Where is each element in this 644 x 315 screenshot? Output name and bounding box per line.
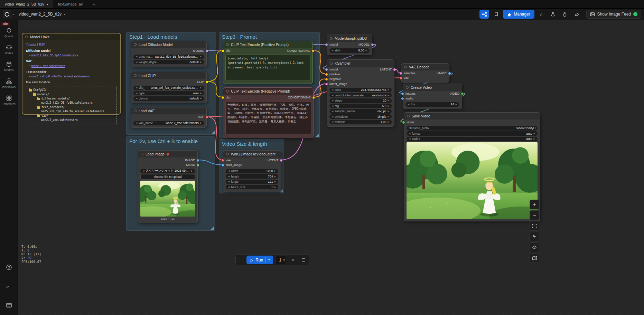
comfyui-logo-menu[interactable]: ▾ (3, 10, 14, 18)
group-resize-handle[interactable] (315, 134, 319, 137)
widget-device[interactable]: ◀ device default ▶ (133, 96, 204, 101)
drag-handle[interactable]: ⋮⋮ (237, 258, 244, 262)
slot-dot-video[interactable] (461, 92, 464, 95)
group-title[interactable]: For i2v, use Ctrl + B to enable (127, 137, 215, 145)
collapse-dot[interactable] (406, 86, 409, 89)
node-create-video[interactable]: Create Video images VIDEO aud (403, 84, 462, 109)
upload-button[interactable]: choose file to upload (140, 174, 195, 180)
clear-queue-button[interactable]: × (288, 256, 297, 264)
node-ksampler[interactable]: KSampler model LATENT positiv (327, 59, 394, 127)
zoom-in-button[interactable]: + (530, 200, 539, 209)
output-slot-latent[interactable]: LATENT (267, 159, 280, 162)
sidebar-item-terminal[interactable]: >_ (1, 282, 17, 292)
widget-fps[interactable]: ◀ fps 24 ▶ (405, 102, 459, 107)
combo-left-arrow-icon[interactable]: ◀ (136, 122, 137, 124)
widget-format[interactable]: ◀ format auto ▶ (407, 131, 538, 136)
node-header[interactable]: Load Image (138, 151, 197, 158)
collapse-dot[interactable] (226, 153, 229, 155)
output-slot-image[interactable]: IMAGE (437, 71, 448, 75)
combo-right-arrow-icon[interactable]: ▶ (388, 115, 390, 118)
tab-video-wan[interactable]: video_wan2_2_5B_ti2v ● (0, 0, 53, 8)
widget-type[interactable]: ◀ type wan ▶ (133, 91, 204, 95)
slot-dot-latent[interactable] (280, 159, 283, 162)
tab-text2image[interactable]: text2image_av (53, 0, 88, 8)
new-tab-button[interactable]: + (88, 0, 100, 8)
widget-scheduler[interactable]: ◀ scheduler simple ▶ (329, 114, 392, 119)
node-wan22-image-to-video-latent[interactable]: Wan22ImageToVideoLatent vae LATENT (223, 150, 281, 192)
group-title[interactable]: Video Size & length (219, 140, 284, 148)
model-link[interactable]: wan2.2_vae.safetensors (31, 64, 65, 68)
negative-prompt-textarea[interactable]: 色调艳丽, 过曝, 静态, 细节模糊不清, 字幕, 风格, 作品, 画作, 画面… (225, 101, 311, 134)
combo-left-arrow-icon[interactable]: ◀ (332, 105, 333, 107)
slot-dot-clip[interactable] (221, 49, 224, 52)
group-title[interactable]: Step3 - Prompt (219, 32, 319, 41)
output-slot-clip[interactable]: CLIP (197, 80, 205, 84)
node-clip-text-encode-positive[interactable]: CLIP Text Encode (Positive Prompt) clip … (223, 41, 313, 84)
node-header[interactable]: CLIP Text Encode (Negative Prompt) (223, 88, 313, 95)
bookmark-button[interactable] (491, 10, 501, 19)
widget-image-file[interactable]: ◀ スクリーンショット 2025-09-10 ... ▶ (140, 169, 195, 173)
combo-left-arrow-icon[interactable]: ◀ (228, 180, 230, 183)
combo-right-arrow-icon[interactable]: ▶ (388, 110, 390, 113)
slot-dot-vae[interactable] (221, 159, 224, 162)
input-slot-negative[interactable]: negative (328, 77, 341, 81)
combo-right-arrow-icon[interactable]: ▶ (200, 55, 202, 58)
collapse-dot[interactable] (25, 36, 28, 38)
widget-cfg[interactable]: ◀ cfg 5.0 ▶ (329, 104, 392, 108)
combo-left-arrow-icon[interactable]: ◀ (409, 137, 410, 140)
node-header[interactable]: KSampler (327, 60, 394, 67)
collapse-dot[interactable] (134, 109, 137, 112)
combo-left-arrow-icon[interactable]: ◀ (136, 86, 137, 89)
slot-dot-image[interactable] (448, 72, 451, 75)
combo-right-arrow-icon[interactable]: ▶ (388, 94, 390, 97)
combo-left-arrow-icon[interactable]: ◀ (136, 97, 137, 100)
input-slot-positive[interactable]: positive (328, 73, 340, 76)
widget-shift[interactable]: ◀ shift 8.00 ▶ (329, 48, 370, 53)
widget-filename-prefix[interactable]: filename_prefix video/ComfyU (407, 126, 538, 131)
flask-button[interactable] (560, 10, 570, 19)
fit-view-button[interactable] (530, 221, 539, 231)
slot-dot-model[interactable] (325, 43, 328, 46)
toggle-link-visibility-button[interactable] (530, 242, 539, 252)
run-options-caret-icon[interactable]: ▾ (268, 258, 270, 261)
output-slot-model[interactable]: MODEL (358, 43, 371, 46)
widget-width[interactable]: ◀ width 1280 ▶ (226, 169, 278, 173)
node-header[interactable]: ModelSamplingSD3 (327, 35, 372, 42)
combo-right-arrow-icon[interactable]: ▶ (456, 103, 457, 106)
node-header[interactable]: VAE Decode (401, 64, 449, 70)
slot-dot-vae[interactable] (205, 116, 208, 119)
input-slot-audio[interactable]: audio (404, 97, 413, 100)
sidebar-item-shortcuts[interactable] (1, 300, 17, 310)
combo-left-arrow-icon[interactable]: ◀ (332, 115, 333, 118)
slot-dot-conditioning[interactable] (311, 49, 315, 52)
select-mode-button[interactable] (530, 232, 539, 241)
combo-right-arrow-icon[interactable]: ▶ (274, 170, 276, 172)
input-slot-vae[interactable]: vae (224, 159, 231, 162)
combo-right-arrow-icon[interactable]: ▶ (200, 97, 202, 100)
combo-right-arrow-icon[interactable]: ▶ (200, 86, 202, 89)
output-slot-conditioning[interactable]: CONDITIONING (288, 96, 312, 99)
collapse-dot[interactable] (226, 43, 229, 46)
slot-dot-latent[interactable] (393, 68, 396, 71)
collapse-dot[interactable] (404, 66, 407, 68)
combo-right-arrow-icon[interactable]: ▶ (191, 170, 193, 172)
collapse-dot[interactable] (330, 37, 333, 40)
combo-left-arrow-icon[interactable]: ◀ (228, 186, 230, 189)
sidebar-item-templates[interactable]: Templates (1, 93, 17, 108)
output-slot-image[interactable]: IMAGE (185, 159, 196, 162)
combo-right-arrow-icon[interactable]: ▶ (274, 180, 276, 183)
slot-dot-model[interactable] (205, 49, 208, 52)
input-slot-clip[interactable]: clip (224, 49, 231, 52)
combo-right-arrow-icon[interactable]: ▶ (388, 88, 390, 91)
node-header[interactable]: Model Links (22, 34, 120, 40)
model-link[interactable]: wan2.2_ti2v_5B_fp16.safetensors (31, 54, 78, 57)
combo-right-arrow-icon[interactable]: ▶ (534, 137, 535, 140)
widget-control-after-generate[interactable]: ◀ control after generate randomize ▶ (329, 93, 392, 97)
slot-dot-conditioning[interactable] (325, 73, 328, 76)
node-load-diffusion-model[interactable]: Load Diffusion Model MODEL ◀ unet_name w… (131, 41, 207, 67)
output-slot-latent[interactable]: LATENT (380, 68, 393, 71)
input-slot-samples[interactable]: samples (402, 71, 416, 75)
slot-dot-image[interactable] (221, 164, 224, 167)
model-link[interactable]: umt5_xxl_fp8_e4m3fn_scaled.safetensors (31, 75, 90, 78)
widget-weight-dtype[interactable]: ◀ weight_dtype default ▶ (133, 60, 204, 64)
